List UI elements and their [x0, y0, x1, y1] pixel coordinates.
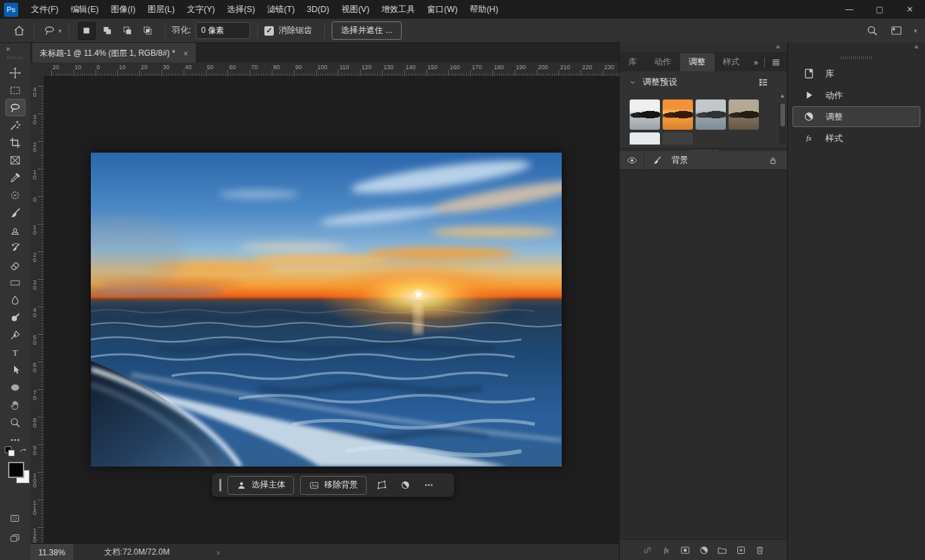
menu-help[interactable]: 帮助(H) [464, 0, 504, 19]
dock-item-library[interactable]: 库 [792, 63, 920, 84]
group-icon[interactable] [716, 545, 728, 556]
select-and-mask-button[interactable]: 选择并遮住 ... [332, 22, 402, 40]
eraser-tool[interactable] [5, 256, 26, 274]
ellipse-tool[interactable] [5, 378, 26, 396]
layer-name[interactable]: 背景 [671, 155, 688, 166]
task-bar-grip[interactable] [219, 479, 221, 491]
preset-orange-sunset[interactable] [663, 99, 693, 130]
gradient-tool[interactable] [5, 274, 26, 291]
presets-scrollbar[interactable] [779, 102, 786, 144]
lock-icon[interactable] [768, 156, 778, 165]
select-subject-button[interactable]: 选择主体 [227, 476, 294, 495]
home-icon[interactable] [11, 23, 27, 39]
layer-row-background[interactable]: 背景 [620, 151, 788, 170]
horizontal-ruler[interactable]: 2010010203040506070809010011012013014015… [44, 63, 619, 77]
search-icon[interactable] [864, 23, 880, 39]
collapse-panels-icon[interactable]: » [776, 43, 780, 50]
menu-filter[interactable]: 滤镜(T) [261, 0, 301, 19]
path-selection-tool[interactable] [5, 361, 26, 378]
dock-item-actions[interactable]: 动作 [792, 85, 920, 106]
workspace-icon[interactable] [888, 23, 904, 39]
toolbar-grip[interactable] [7, 56, 22, 59]
dock-grip[interactable] [841, 56, 872, 59]
panel-tab-library[interactable]: 库 [620, 53, 646, 71]
adjustment-layer-icon[interactable] [698, 545, 710, 556]
close-tab-icon[interactable]: × [183, 48, 188, 58]
preset-black-white[interactable] [630, 99, 660, 130]
magic-wand-tool[interactable] [5, 116, 26, 134]
brush-tool[interactable] [5, 204, 26, 221]
ruler-corner[interactable] [30, 63, 44, 77]
default-colors-icon[interactable] [5, 446, 15, 456]
zoom-level-field[interactable]: 11.38% [30, 544, 73, 560]
preset-sepia[interactable] [729, 99, 759, 130]
menu-type[interactable]: 文字(Y) [181, 0, 221, 19]
dock-item-adjustments[interactable]: 调整 [792, 106, 920, 127]
menu-threed[interactable]: 3D(D) [301, 0, 335, 19]
screen-mode-icon[interactable] [6, 531, 24, 546]
panel-tab-actions[interactable]: 动作 [646, 53, 680, 71]
vertical-ruler[interactable]: 4030201001020304050607080901001101201301… [30, 76, 44, 543]
frame-tool[interactable] [5, 151, 26, 169]
canvas-image[interactable] [91, 153, 562, 467]
dock-item-styles[interactable]: 样式 [792, 128, 920, 149]
move-tool[interactable] [5, 64, 26, 81]
maximize-button[interactable]: ▢ [864, 0, 895, 19]
menu-image[interactable]: 图像(I) [105, 0, 142, 19]
layer-mask-icon[interactable] [679, 545, 691, 556]
more-panels-icon[interactable]: » [753, 58, 758, 67]
chevron-down-icon[interactable]: ▾ [59, 28, 62, 34]
menu-plugins[interactable]: 增效工具 [375, 0, 421, 19]
link-icon[interactable] [642, 545, 653, 556]
scroll-up-icon[interactable]: ▲ [780, 93, 785, 99]
adjustment-icon[interactable] [396, 477, 414, 493]
menu-select[interactable]: 选择(S) [221, 0, 261, 19]
canvas-viewport[interactable]: 选择主体 移除背景 [44, 76, 619, 543]
clone-stamp-tool[interactable] [5, 221, 26, 239]
toolbar-collapse-icon[interactable]: » [6, 45, 9, 52]
remove-background-button[interactable]: 移除背景 [300, 476, 367, 495]
fx-icon[interactable] [661, 545, 672, 556]
chevron-down-icon[interactable]: ▾ [914, 28, 917, 34]
intersect-selection-mode-icon[interactable] [140, 23, 156, 39]
rectangular-marquee-tool[interactable] [5, 81, 26, 99]
zoom-tool[interactable] [5, 413, 26, 431]
panel-menu-icon[interactable] [771, 57, 781, 67]
type-tool[interactable] [5, 344, 26, 361]
foreground-background-swatches[interactable] [8, 462, 30, 483]
layer-visibility-icon[interactable] [620, 151, 644, 169]
history-brush-tool[interactable] [5, 239, 26, 256]
subtract-selection-mode-icon[interactable] [120, 23, 136, 39]
add-selection-mode-icon[interactable] [100, 23, 116, 39]
adjustment-presets-header[interactable]: 调整预设 [620, 71, 788, 93]
menu-view[interactable]: 视图(V) [335, 0, 375, 19]
minimize-button[interactable]: — [834, 0, 864, 19]
feather-input[interactable]: 0 像素 [196, 22, 250, 39]
transform-icon[interactable] [373, 477, 390, 493]
lasso-tool-icon[interactable] [41, 23, 57, 39]
menu-layer[interactable]: 图层(L) [141, 0, 180, 19]
healing-brush-tool[interactable] [5, 186, 26, 204]
delete-layer-icon[interactable] [754, 545, 766, 556]
foreground-color-swatch[interactable] [8, 462, 24, 478]
quick-mask-icon[interactable] [6, 511, 24, 526]
blur-tool[interactable] [5, 291, 26, 309]
close-button[interactable]: ✕ [895, 0, 925, 19]
dodge-tool[interactable] [5, 309, 26, 326]
eyedropper-tool[interactable] [5, 169, 26, 186]
preset-light-partial[interactable] [630, 132, 660, 145]
preset-hidden-partial[interactable] [663, 132, 693, 145]
pen-tool[interactable] [5, 326, 26, 344]
antialias-checkbox[interactable]: ✓ [264, 26, 274, 36]
new-selection-mode-icon[interactable] [78, 22, 96, 40]
list-view-icon[interactable] [757, 77, 769, 88]
collapse-dock-icon[interactable]: « [914, 43, 918, 50]
status-chevron-icon[interactable]: › [217, 548, 219, 557]
new-layer-icon[interactable] [735, 545, 747, 556]
preset-muted[interactable] [696, 99, 726, 130]
panel-tab-styles[interactable]: 样式 [714, 53, 749, 71]
swap-colors-icon[interactable] [18, 446, 28, 456]
panel-tab-adjustments[interactable]: 调整 [680, 53, 714, 71]
more-icon[interactable] [420, 477, 437, 493]
menu-edit[interactable]: 编辑(E) [65, 0, 105, 19]
